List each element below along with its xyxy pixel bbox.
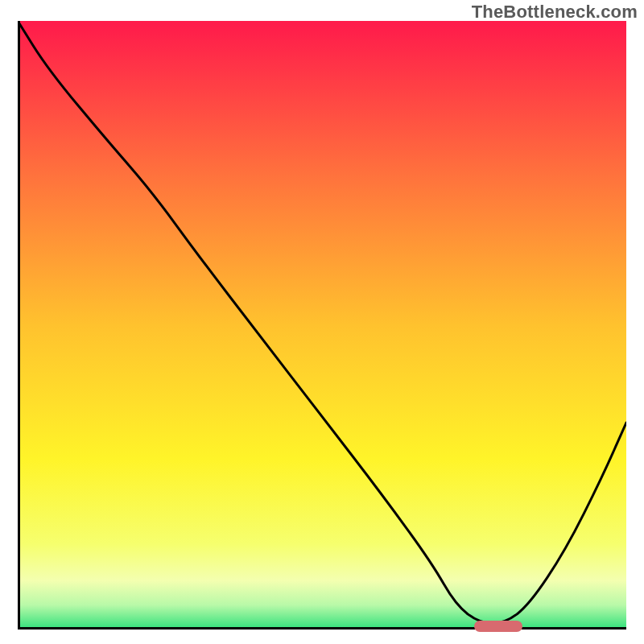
optimum-marker bbox=[474, 621, 522, 632]
chart-canvas: TheBottleneck.com bbox=[0, 0, 644, 644]
watermark-text: TheBottleneck.com bbox=[472, 2, 638, 23]
axes-frame bbox=[18, 21, 626, 630]
